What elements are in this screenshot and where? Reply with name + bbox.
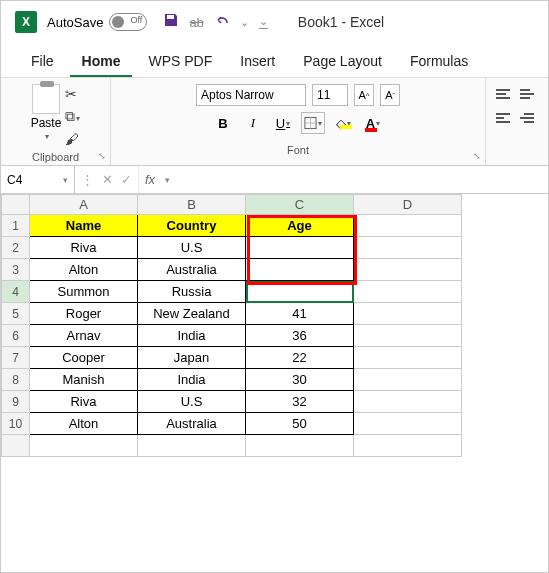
row-header[interactable]: 2 xyxy=(2,237,30,259)
tab-insert[interactable]: Insert xyxy=(228,47,287,77)
format-painter-icon[interactable]: 🖌 xyxy=(65,131,80,147)
chevron-down-icon[interactable]: ▾ xyxy=(161,175,174,185)
tab-file[interactable]: File xyxy=(19,47,66,77)
cell[interactable] xyxy=(354,303,462,325)
cell[interactable]: 41 xyxy=(246,303,354,325)
align-left-icon[interactable] xyxy=(494,108,516,128)
row-header[interactable]: 9 xyxy=(2,391,30,413)
fill-color-button[interactable]: ◇▾ xyxy=(331,112,355,134)
cut-icon[interactable]: ✂ xyxy=(65,86,80,102)
font-name-select[interactable] xyxy=(196,84,306,106)
underline-button[interactable]: U▾ xyxy=(271,112,295,134)
selected-cell[interactable] xyxy=(246,281,354,303)
row-header[interactable]: 7 xyxy=(2,347,30,369)
font-size-select[interactable] xyxy=(312,84,348,106)
cell[interactable] xyxy=(354,215,462,237)
cell[interactable]: Riva xyxy=(30,237,138,259)
cell[interactable]: Roger xyxy=(30,303,138,325)
dialog-launcher-icon[interactable]: ⤡ xyxy=(98,151,106,161)
row-header[interactable]: 8 xyxy=(2,369,30,391)
more-icon[interactable]: ⋮ xyxy=(81,172,94,187)
cell[interactable] xyxy=(354,391,462,413)
fx-label[interactable]: fx xyxy=(139,172,161,187)
cell[interactable]: Summon xyxy=(30,281,138,303)
chevron-down-icon[interactable]: ▾ xyxy=(63,175,68,185)
align-center-icon[interactable] xyxy=(518,108,540,128)
cell[interactable] xyxy=(246,259,354,281)
cell[interactable]: 50 xyxy=(246,413,354,435)
dialog-launcher-icon[interactable]: ⤡ xyxy=(473,151,481,161)
undo-icon[interactable] xyxy=(214,12,230,32)
cell[interactable]: Age xyxy=(246,215,354,237)
borders-button[interactable]: ▾ xyxy=(301,112,325,134)
name-box[interactable]: C4 ▾ xyxy=(1,166,75,193)
col-header-c[interactable]: C xyxy=(246,195,354,215)
toggle-switch[interactable]: Off xyxy=(109,13,147,31)
row-header[interactable]: 5 xyxy=(2,303,30,325)
cell[interactable] xyxy=(354,237,462,259)
cell[interactable]: Russia xyxy=(138,281,246,303)
cell[interactable] xyxy=(354,347,462,369)
copy-icon[interactable]: ⧉▾ xyxy=(65,108,80,125)
cell[interactable]: Manish xyxy=(30,369,138,391)
cell[interactable] xyxy=(30,435,138,457)
enter-icon[interactable]: ✓ xyxy=(121,172,132,187)
tab-formulas[interactable]: Formulas xyxy=(398,47,480,77)
cell[interactable] xyxy=(354,325,462,347)
row-header[interactable]: 3 xyxy=(2,259,30,281)
cell[interactable] xyxy=(138,435,246,457)
row-header[interactable]: 4 xyxy=(2,281,30,303)
cell[interactable]: New Zealand xyxy=(138,303,246,325)
select-all-corner[interactable] xyxy=(2,195,30,215)
cell[interactable]: Australia xyxy=(138,259,246,281)
cell[interactable] xyxy=(354,413,462,435)
row-header[interactable]: 6 xyxy=(2,325,30,347)
cell[interactable] xyxy=(354,281,462,303)
cell[interactable]: Australia xyxy=(138,413,246,435)
cell[interactable]: Alton xyxy=(30,259,138,281)
paste-button[interactable]: Paste ▾ xyxy=(31,84,62,141)
chevron-down-icon[interactable]: ⌄ xyxy=(240,16,249,29)
tab-wps-pdf[interactable]: WPS PDF xyxy=(136,47,224,77)
increase-font-button[interactable]: A^ xyxy=(354,84,374,106)
qat-customize-icon[interactable]: ⌄ xyxy=(259,15,268,29)
cell[interactable] xyxy=(354,259,462,281)
cell[interactable]: Country xyxy=(138,215,246,237)
save-icon[interactable] xyxy=(163,12,179,32)
cell[interactable]: U.S xyxy=(138,391,246,413)
strikethrough-icon[interactable]: ab xyxy=(189,15,203,30)
autosave-toggle[interactable]: AutoSave Off xyxy=(47,13,147,31)
cell[interactable]: Cooper xyxy=(30,347,138,369)
row-header[interactable] xyxy=(2,435,30,457)
cell[interactable]: U.S xyxy=(138,237,246,259)
col-header-b[interactable]: B xyxy=(138,195,246,215)
cell[interactable]: 32 xyxy=(246,391,354,413)
align-top-icon[interactable] xyxy=(494,84,516,104)
align-middle-icon[interactable] xyxy=(518,84,540,104)
bold-button[interactable]: B xyxy=(211,112,235,134)
tab-home[interactable]: Home xyxy=(70,47,133,77)
cell[interactable] xyxy=(354,369,462,391)
decrease-font-button[interactable]: Aˇ xyxy=(380,84,400,106)
italic-button[interactable]: I xyxy=(241,112,265,134)
cell[interactable] xyxy=(246,435,354,457)
cell[interactable]: Name xyxy=(30,215,138,237)
col-header-d[interactable]: D xyxy=(354,195,462,215)
col-header-a[interactable]: A xyxy=(30,195,138,215)
cell[interactable]: Riva xyxy=(30,391,138,413)
cell[interactable]: 30 xyxy=(246,369,354,391)
row-header[interactable]: 10 xyxy=(2,413,30,435)
cell[interactable]: 36 xyxy=(246,325,354,347)
cell[interactable]: Arnav xyxy=(30,325,138,347)
cell[interactable] xyxy=(246,237,354,259)
cell[interactable]: India xyxy=(138,325,246,347)
cell[interactable]: Japan xyxy=(138,347,246,369)
cell[interactable]: 22 xyxy=(246,347,354,369)
cell[interactable]: Alton xyxy=(30,413,138,435)
cell[interactable] xyxy=(354,435,462,457)
row-header[interactable]: 1 xyxy=(2,215,30,237)
cell[interactable]: India xyxy=(138,369,246,391)
cancel-icon[interactable]: ✕ xyxy=(102,172,113,187)
tab-page-layout[interactable]: Page Layout xyxy=(291,47,394,77)
font-color-button[interactable]: A▾ xyxy=(361,112,385,134)
